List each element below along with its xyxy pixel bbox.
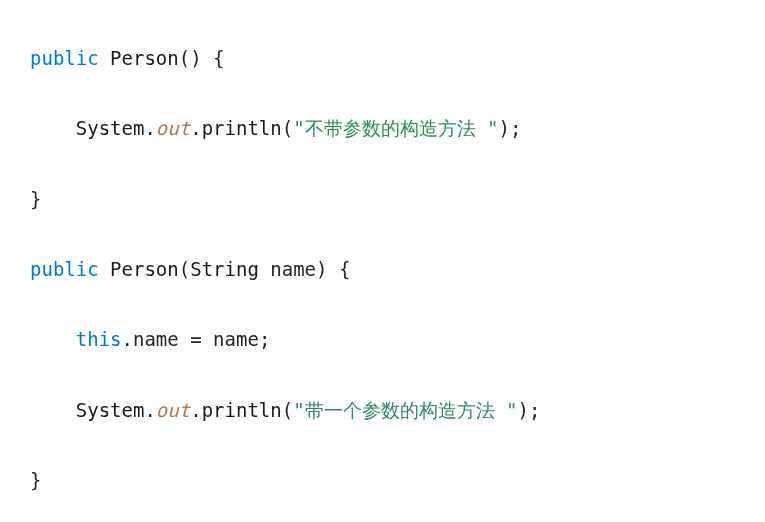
keyword-public: public [30, 258, 99, 280]
field-out: out [156, 399, 190, 421]
type-string: String [190, 258, 259, 280]
type-system: System [76, 399, 145, 421]
code-line: public Person(String name) { [0, 252, 765, 287]
type-person: Person [110, 258, 179, 280]
keyword-public: public [30, 47, 99, 69]
code-line: public Person() { [0, 41, 765, 76]
code-line: } [0, 182, 765, 217]
code-line: System.out.println("带一个参数的构造方法 "); [0, 393, 765, 428]
string-literal: "不带参数的构造方法 " [293, 117, 498, 139]
keyword-this: this [76, 328, 122, 350]
code-line: } [0, 463, 765, 498]
string-literal: "带一个参数的构造方法 " [293, 399, 517, 421]
code-line: System.out.println("不带参数的构造方法 "); [0, 111, 765, 146]
code-line: this.name = name; [0, 322, 765, 357]
field-out: out [156, 117, 190, 139]
method-println: println [202, 117, 282, 139]
param-name: name [270, 258, 316, 280]
type-person: Person [110, 47, 179, 69]
type-system: System [76, 117, 145, 139]
code-editor: public Person() { System.out.println("不带… [0, 0, 765, 522]
method-println: println [202, 399, 282, 421]
